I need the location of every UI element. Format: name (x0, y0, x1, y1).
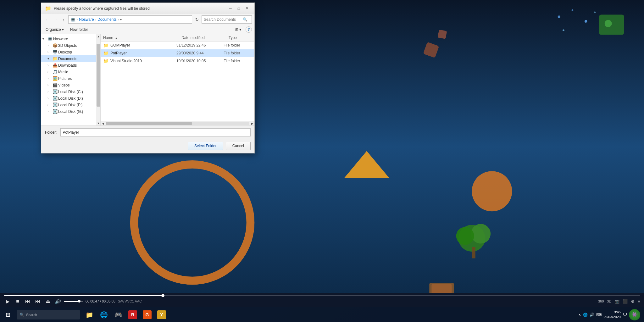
dialog-title-bar[interactable]: 📁 Please specify a folder where captured… (41, 3, 254, 14)
nav-tree: ▾ 💻 Nosware › 📦 3D Objects › 🖥️ (41, 34, 96, 125)
taskbar-search[interactable]: 🔍 Search (17, 310, 80, 319)
folder-icon: 📁 (103, 58, 108, 64)
dialog-close-btn[interactable]: ✕ (243, 6, 251, 11)
search-input[interactable] (204, 17, 242, 22)
tree-item-nosware[interactable]: ▾ 💻 Nosware (41, 36, 96, 42)
cancel-button[interactable]: Cancel (226, 142, 251, 150)
chevron-down-icon: ▾ (42, 37, 47, 41)
scroll-thumb (106, 122, 192, 125)
chevron-right-icon: › (47, 110, 52, 113)
notification-icon[interactable]: 🗨 (623, 312, 627, 317)
chevron-right-icon: › (47, 103, 52, 107)
dialog-minimize-btn[interactable]: ─ (227, 6, 234, 11)
breadcrumb-dropdown[interactable]: ▾ (120, 18, 122, 21)
tree-item-documents[interactable]: ▾ 📁 Documents (41, 55, 96, 62)
network-icon[interactable]: 🌐 (583, 313, 588, 317)
h-scrollbar[interactable]: ◀ ▶ (101, 121, 254, 125)
folder-docs-icon: 📁 (53, 56, 58, 61)
gom-tray-icon[interactable]: 👾 (629, 309, 640, 320)
chevron-right-icon: › (47, 44, 52, 47)
col-name[interactable]: Name ▲ (101, 36, 179, 40)
taskbar-app-game1[interactable]: 🎮 (111, 308, 125, 322)
nav-refresh-btn[interactable]: ↻ (193, 16, 200, 23)
tree-item-local-c[interactable]: › 💽 Local Disk (C:) (41, 88, 96, 95)
taskbar-app-yellow[interactable]: Y (155, 308, 169, 322)
file-row-potplayer[interactable]: 📁 PotPlayer 29/03/2020 9:44 File folder (101, 49, 254, 57)
tree-item-local-d[interactable]: › 💽 Local Disk (D:) (41, 95, 96, 102)
pictures-icon: 🖼️ (53, 76, 58, 81)
videos-icon: 🎬 (53, 83, 58, 87)
tree-label: Videos (58, 83, 69, 87)
file-list: 📁 GOMPlayer 31/12/2019 22:46 File folder… (101, 42, 254, 121)
taskbar-tray: ∧ 🌐 🔊 ⌨ 9:45 29/03/2020 🗨 👾 (578, 309, 644, 320)
dialog-footer: Folder: (41, 125, 254, 139)
taskbar-app-chrome[interactable]: 🌐 (97, 308, 111, 322)
chevron-down-icon: ▾ (47, 57, 52, 60)
folder-input[interactable] (60, 128, 251, 136)
col-date[interactable]: Date modified (179, 36, 226, 40)
tray-icons[interactable]: ∧ (578, 313, 581, 317)
tree-item-local-f[interactable]: › 💽 Local Disk (F:) (41, 102, 96, 108)
taskbar-app-red[interactable]: R (126, 308, 140, 322)
nav-forward-btn[interactable]: → (52, 16, 59, 23)
nav-up-btn[interactable]: ↑ (60, 16, 67, 23)
tree-item-local-g[interactable]: › 💽 Local Disk (G:) (41, 108, 96, 115)
tree-item-desktop[interactable]: › 🖥️ Desktop (41, 49, 96, 55)
file-date: 19/01/2020 10:05 (176, 59, 224, 63)
tree-item-pictures[interactable]: › 🖼️ Pictures (41, 75, 96, 82)
scroll-track[interactable] (106, 122, 249, 125)
taskbar-clock[interactable]: 9:45 29/03/2020 (603, 310, 621, 319)
select-folder-button[interactable]: Select Folder (188, 142, 223, 150)
file-type: File folder (224, 43, 252, 47)
tree-item-3dobjects[interactable]: › 📦 3D Objects (41, 42, 96, 49)
scroll-left-btn[interactable]: ◀ (101, 121, 105, 126)
dialog-toolbar: Organize ▾ New folder ⊞ ▾ ? (41, 25, 254, 34)
scroll-up-btn[interactable]: ▲ (96, 34, 101, 39)
tree-label: Local Disk (C:) (58, 90, 83, 94)
search-icon: 🔍 (243, 17, 247, 22)
tree-label: Pictures (58, 76, 72, 81)
tree-label: Documents (58, 57, 77, 61)
dialog-overlay: 📁 Please specify a folder where captured… (0, 0, 644, 322)
music-icon: 🎵 (53, 69, 58, 74)
tree-item-downloads[interactable]: › 📥 Downloads (41, 62, 96, 69)
organize-btn[interactable]: Organize ▾ (44, 26, 66, 33)
col-type[interactable]: Type (226, 36, 254, 40)
file-date: 31/12/2019 22:46 (176, 43, 224, 47)
disk-g-icon: 💽 (53, 109, 58, 114)
file-row-visualstudio[interactable]: 📁 Visual Studio 2019 19/01/2020 10:05 Fi… (101, 57, 254, 65)
nav-panel: ▾ 💻 Nosware › 📦 3D Objects › 🖥️ (41, 34, 101, 125)
clock-time: 9:45 (603, 310, 621, 314)
file-dialog: 📁 Please specify a folder where captured… (41, 3, 255, 153)
disk-d-icon: 💽 (53, 96, 58, 101)
tree-label: Desktop (58, 50, 72, 54)
file-type: File folder (224, 51, 252, 55)
breadcrumb-nosware[interactable]: Nosware (79, 17, 94, 22)
scroll-thumb[interactable] (97, 44, 100, 107)
start-button[interactable]: ⊞ (0, 307, 16, 322)
speaker-icon[interactable]: 🔊 (590, 313, 594, 317)
sort-arrow: ▲ (115, 36, 118, 40)
file-row-gomplayer[interactable]: 📁 GOMPlayer 31/12/2019 22:46 File folder (101, 42, 254, 49)
tree-label: Local Disk (F:) (58, 103, 82, 107)
taskbar-app-orange[interactable]: G (140, 308, 154, 322)
scroll-down-btn[interactable]: ▼ (96, 121, 101, 125)
tree-item-videos[interactable]: › 🎬 Videos (41, 82, 96, 88)
keyboard-icon[interactable]: ⌨ (596, 313, 602, 317)
tree-item-music[interactable]: › 🎵 Music (41, 69, 96, 75)
nav-back-btn[interactable]: ← (44, 16, 51, 23)
view-btn[interactable]: ⊞ ▾ (233, 26, 243, 33)
search-label: Search (26, 313, 37, 317)
new-folder-btn[interactable]: New folder (68, 26, 90, 33)
taskbar-app-files[interactable]: 📁 (82, 308, 96, 322)
nav-scrollbar[interactable]: ▲ ▼ (96, 34, 101, 125)
file-list-area: Name ▲ Date modified Type 📁 GOMPlayer 31… (101, 34, 254, 125)
breadcrumb-bar: 💻 › Nosware › Documents › ▾ (68, 15, 192, 24)
help-btn[interactable]: ? (246, 26, 252, 33)
tree-label: 3D Objects (58, 43, 77, 48)
chevron-right-icon: › (47, 97, 52, 100)
scroll-right-btn[interactable]: ▶ (250, 121, 254, 126)
dialog-maximize-btn[interactable]: □ (235, 6, 242, 11)
breadcrumb-documents[interactable]: Documents (97, 17, 117, 22)
tree-label: Local Disk (D:) (58, 96, 83, 101)
